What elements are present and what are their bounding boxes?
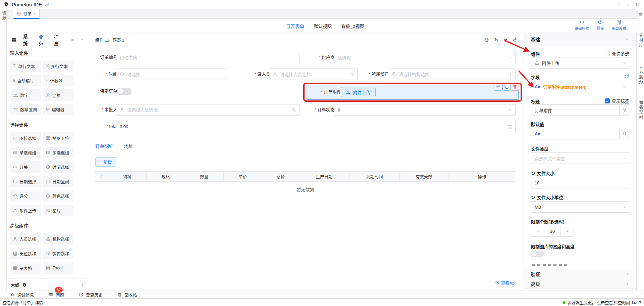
palette-item-excel[interactable]: Excel	[43, 262, 74, 274]
palette-tab-system[interactable]: 系统	[22, 30, 32, 50]
code-mode-button[interactable]: 编码模式	[575, 19, 589, 31]
component-delete-chip[interactable]	[511, 83, 519, 91]
layout-grid-icon[interactable]	[11, 37, 16, 42]
add-view-button[interactable]: +	[374, 24, 376, 29]
recycle-bin-button[interactable]: 回收站	[117, 292, 137, 298]
right-rail-tab-namespace[interactable]: 命名空间	[638, 100, 644, 119]
selected-attachment-component[interactable]: *订单附件	[307, 85, 519, 100]
attachment-upload-button[interactable]: 附件上传	[341, 87, 376, 97]
panel-toggle-icon[interactable]	[636, 2, 641, 7]
file-unit-select[interactable]: MB	[531, 201, 630, 213]
palette-item-checkbox-group[interactable]: 多选框组	[43, 147, 74, 158]
order-no-input[interactable]	[116, 52, 300, 63]
right-rail-tab-services[interactable]: 三方服务	[638, 65, 644, 84]
undo-icon[interactable]	[503, 37, 508, 42]
palette-item-rating[interactable]: 评分	[10, 190, 41, 202]
subtab-order-detail[interactable]: 订单明细	[95, 142, 113, 149]
dynamic-suffix-button[interactable]: D	[619, 128, 630, 139]
palette-item-color-picker[interactable]: 颜色选择	[43, 190, 74, 202]
total-input[interactable]: 元	[116, 121, 516, 132]
nav-back-icon[interactable]	[616, 2, 621, 7]
reset-icon[interactable]	[531, 195, 535, 200]
stepper-value[interactable]: 10	[544, 226, 561, 236]
js-icon[interactable]: Js	[494, 37, 498, 42]
palette-item-tree-select[interactable]: 树形下拉	[43, 132, 74, 144]
checkbox-checked-icon[interactable]	[605, 98, 610, 103]
palette-item-sub-table[interactable]: 子表格	[10, 262, 41, 274]
view-tab-default[interactable]: 默认视图	[314, 23, 332, 29]
variable-suffix-button[interactable]: V	[619, 105, 630, 116]
dept-select[interactable]	[388, 69, 516, 80]
default-value-input[interactable]: Aa D	[531, 128, 630, 139]
palette-item-auto-number[interactable]: #自动编号	[10, 75, 41, 86]
palette-item-user-select[interactable]: 人员选择	[10, 233, 41, 245]
component-settings-chip[interactable]	[494, 83, 502, 91]
subtab-address[interactable]: 地址	[124, 142, 133, 149]
inspector-section-validation[interactable]: 验证	[524, 269, 636, 279]
redo-icon[interactable]	[513, 37, 518, 42]
inspector-section-advanced[interactable]: 高级	[524, 279, 636, 289]
palette-item-date-picker[interactable]: 日期选择	[10, 176, 41, 187]
plus-button[interactable]: +	[561, 226, 574, 236]
file-type-select[interactable]: 请选择文件类型	[531, 152, 630, 164]
outline-panel-toggle[interactable]: 大纲	[7, 278, 89, 291]
form-settings-button[interactable]: 表单设置	[611, 19, 626, 31]
view-tab-form[interactable]: 低开表单	[286, 23, 304, 29]
title-input[interactable]: V	[531, 104, 630, 116]
palette-item-amount[interactable]: ¥金额	[43, 89, 74, 101]
palette-item-number[interactable]: 123数字	[10, 89, 41, 101]
palette-item-date-range[interactable]: 日期区间	[43, 176, 74, 187]
approver-select[interactable]	[116, 104, 300, 116]
time-picker-input[interactable]	[116, 69, 228, 80]
date-range-icon	[46, 179, 50, 184]
debug-info-button[interactable]: 调试信息	[10, 292, 34, 298]
reset-icon[interactable]	[531, 171, 535, 175]
palette-tab-extension[interactable]: 扩展	[53, 30, 63, 50]
link-icon[interactable]	[45, 2, 50, 7]
file-size-input[interactable]	[531, 177, 630, 188]
left-rail-tab-resources[interactable]: 资源	[1, 11, 7, 20]
preview-button[interactable]: 预览	[597, 19, 604, 31]
palette-item-dropdown-select[interactable]: 下拉选择	[10, 132, 41, 144]
palette-item-number-range[interactable]: 1~3数字区间	[10, 104, 41, 115]
field-select[interactable]: Aa 订单附件(attachment)	[531, 81, 630, 92]
status-select[interactable]: 0	[334, 104, 516, 116]
resource-changed-notice[interactable]: 资源发生变更， 点击查看,检查时间:14:17	[562, 300, 641, 305]
checkbox-icon[interactable]	[605, 51, 610, 56]
image-limit-toggle[interactable]	[531, 251, 544, 257]
palette-item-post-select[interactable]: 岗位选择	[10, 248, 41, 259]
supplier-select[interactable]: 请选择	[334, 52, 516, 63]
right-rail-tab-assets[interactable]: 素材库	[638, 33, 644, 47]
nav-forward-icon[interactable]	[626, 2, 631, 7]
close-icon[interactable]: ×	[34, 11, 36, 16]
refresh-icon[interactable]	[624, 74, 629, 79]
allow-multi-checkbox[interactable]: 允许多选	[605, 50, 629, 57]
palette-item-org-select[interactable]: 机构选择	[43, 233, 74, 245]
palette-item-popup-select[interactable]: 弹窗选择	[43, 248, 74, 259]
change-history-button[interactable]: 变更历史	[79, 292, 103, 298]
minus-button[interactable]: −	[531, 226, 544, 236]
palette-item-time-picker[interactable]: 时间选择	[43, 161, 74, 173]
palette-item-single-line-text[interactable]: A单行文本	[10, 60, 41, 72]
component-copy-chip[interactable]	[502, 83, 511, 91]
palette-item-switch[interactable]: 开关	[10, 161, 41, 173]
palette-item-counter[interactable]: ±计数器	[43, 75, 74, 86]
secret-toggle[interactable]	[117, 88, 131, 95]
palette-tab-business[interactable]: 业务	[38, 30, 47, 50]
component-type-select[interactable]: 附件上传	[531, 57, 630, 69]
inspector-section-basic[interactable]: 基础	[524, 33, 636, 46]
add-row-button[interactable]: + 新增	[95, 157, 116, 167]
view-tab-kanban[interactable]: 看板_2视图	[341, 23, 364, 29]
show-label-checkbox[interactable]: 显示标签	[605, 98, 629, 104]
view-api-link[interactable]: 查看Api	[495, 279, 516, 286]
recorder-select[interactable]	[269, 69, 358, 80]
doc-tab-order[interactable]: 订单 ×	[13, 9, 40, 19]
i18n-globe-icon[interactable]	[484, 37, 489, 42]
chevron-down-icon[interactable]	[80, 38, 84, 42]
palette-item-editor[interactable]: A≡编辑器	[43, 104, 74, 115]
palette-item-multi-line-text[interactable]: A多行文本	[43, 60, 74, 72]
palette-item-image[interactable]: 图片	[43, 205, 74, 216]
palette-item-file-upload[interactable]: 附件上传	[10, 205, 41, 216]
palette-item-radio-group[interactable]: 单选框组	[10, 147, 41, 158]
right-rail-menu-icon[interactable]	[638, 12, 643, 17]
